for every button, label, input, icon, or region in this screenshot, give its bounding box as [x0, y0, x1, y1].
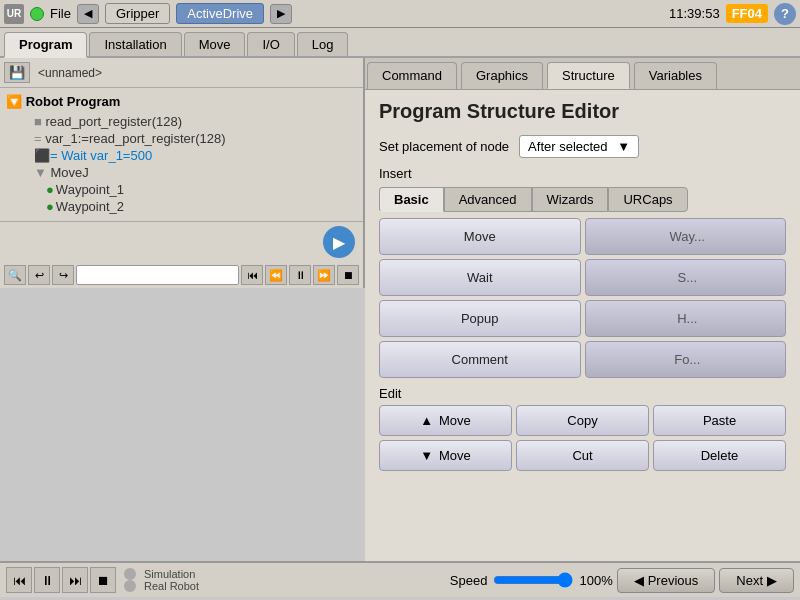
activedrive-button[interactable]: ActiveDrive [176, 3, 264, 24]
delete-label: Delete [701, 448, 739, 463]
playback-stop[interactable]: ⏹ [337, 265, 359, 285]
edit-grid: ▲ Move Copy Paste ▼ Move Cut Delete [379, 405, 786, 471]
previous-label: Previous [648, 573, 699, 588]
cmd-move-button[interactable]: Move [379, 218, 581, 255]
copy-label: Copy [567, 413, 597, 428]
placement-label: Set placement of node [379, 139, 509, 154]
down-arrow-icon: ▼ [420, 448, 433, 463]
placement-dropdown[interactable]: After selected ▼ [519, 135, 639, 158]
tab-advanced[interactable]: Advanced [444, 187, 532, 212]
cut-label: Cut [572, 448, 592, 463]
list-item[interactable]: ⬛= Wait var_1=500 [6, 147, 357, 164]
ff04-badge: FF04 [726, 4, 768, 23]
cmd-comment-button[interactable]: Comment [379, 341, 581, 378]
previous-button[interactable]: ◀ Previous [617, 568, 716, 593]
cmd-wait-button[interactable]: Wait [379, 259, 581, 296]
cmd-waypoint-button[interactable]: Way... [585, 218, 787, 255]
ur-logo: UR [4, 4, 24, 24]
insert-label: Insert [379, 166, 786, 181]
footer-pause-button[interactable]: ⏸ [34, 567, 60, 593]
left-header: 💾 <unnamed> [0, 58, 363, 88]
cmd-h-button[interactable]: H... [585, 300, 787, 337]
placement-row: Set placement of node After selected ▼ [379, 135, 786, 158]
simulation-label: Simulation [144, 568, 195, 580]
tab-program[interactable]: Program [4, 32, 87, 58]
footer-forward-button[interactable]: ⏭ [62, 567, 88, 593]
tab-command[interactable]: Command [367, 62, 457, 89]
main-tabs: Program Installation Move I/O Log [0, 28, 800, 58]
tab-graphics[interactable]: Graphics [461, 62, 543, 89]
speed-row: Speed 100% [450, 572, 613, 588]
search-bar: 🔍 ↩ ↪ ⏮ ⏪ ⏸ ⏩ ⏹ [0, 262, 363, 288]
left-panel: 💾 <unnamed> 🔽 Robot Program ■ read_port_… [0, 58, 365, 561]
tab-variables[interactable]: Variables [634, 62, 717, 89]
footer-playback: ⏮ ⏸ ⏭ ⏹ [6, 567, 116, 593]
search-input[interactable] [76, 265, 239, 285]
paste-label: Paste [703, 413, 736, 428]
edit-move-down-button[interactable]: ▼ Move [379, 440, 512, 471]
right-content: Program Structure Editor Set placement o… [365, 90, 800, 561]
list-item[interactable]: ▼ MoveJ [6, 164, 357, 181]
save-button[interactable]: 💾 [4, 62, 30, 83]
up-arrow-icon: ▲ [420, 413, 433, 428]
undo-button[interactable]: ↩ [28, 265, 50, 285]
page-title: Program Structure Editor [379, 100, 786, 123]
speed-slider[interactable] [493, 572, 573, 588]
tab-structure[interactable]: Structure [547, 62, 630, 89]
next-arrow-icon: ▶ [767, 573, 777, 588]
status-dot [30, 7, 44, 21]
nav-prev-btn[interactable]: ◀ [77, 4, 99, 24]
right-panel: Command Graphics Structure Variables Pro… [365, 58, 800, 561]
redo-button[interactable]: ↪ [52, 265, 74, 285]
clock: 11:39:53 [669, 6, 720, 21]
cut-button[interactable]: Cut [516, 440, 649, 471]
titlebar: UR File ◀ Gripper ActiveDrive ▶ 11:39:53… [0, 0, 800, 28]
playback-rewind[interactable]: ⏮ [241, 265, 263, 285]
tree-root: 🔽 Robot Program [6, 94, 357, 109]
file-label: File [50, 6, 71, 21]
help-button[interactable]: ? [774, 3, 796, 25]
list-item[interactable]: ■ read_port_register(128) [6, 113, 357, 130]
tab-move[interactable]: Move [184, 32, 246, 56]
edit-move-up-button[interactable]: ▲ Move [379, 405, 512, 436]
speed-value: 100% [579, 573, 612, 588]
tab-io[interactable]: I/O [247, 32, 294, 56]
tab-basic[interactable]: Basic [379, 187, 444, 212]
insert-tabs: Basic Advanced Wizards URCaps [379, 187, 786, 212]
cmd-fo-button[interactable]: Fo... [585, 341, 787, 378]
tab-log[interactable]: Log [297, 32, 349, 56]
tab-installation[interactable]: Installation [89, 32, 181, 56]
speed-label: Speed [450, 573, 488, 588]
sim-dot [124, 568, 136, 580]
edit-label: Edit [379, 386, 786, 401]
footer-stop-button[interactable]: ⏹ [90, 567, 116, 593]
search-button[interactable]: 🔍 [4, 265, 26, 285]
next-label: Next [736, 573, 763, 588]
footer-rewind-button[interactable]: ⏮ [6, 567, 32, 593]
tab-urcaps[interactable]: URCaps [608, 187, 687, 212]
delete-button[interactable]: Delete [653, 440, 786, 471]
tab-wizards[interactable]: Wizards [532, 187, 609, 212]
playback-pause[interactable]: ⏸ [289, 265, 311, 285]
paste-button[interactable]: Paste [653, 405, 786, 436]
real-robot-label: Real Robot [144, 580, 199, 592]
content-area: 💾 <unnamed> 🔽 Robot Program ■ read_port_… [0, 58, 800, 561]
next-button[interactable]: Next ▶ [719, 568, 794, 593]
command-grid: Move Way... Wait S... Popup H... Comment… [379, 218, 786, 378]
playback-prev[interactable]: ⏪ [265, 265, 287, 285]
move-up-label: Move [439, 413, 471, 428]
list-item[interactable]: ●Waypoint_1 [6, 181, 357, 198]
nav-next-btn[interactable]: ▶ [270, 4, 292, 24]
right-tabs: Command Graphics Structure Variables [365, 58, 800, 90]
list-item[interactable]: = var_1:=read_port_register(128) [6, 130, 357, 147]
navigate-circle-button[interactable]: ▶ [323, 226, 355, 258]
list-item[interactable]: ●Waypoint_2 [6, 198, 357, 215]
copy-button[interactable]: Copy [516, 405, 649, 436]
footer-nav: ◀ Previous Next ▶ [617, 568, 794, 593]
real-robot-dot [124, 580, 136, 592]
chevron-down-icon: ▼ [617, 139, 630, 154]
playback-next[interactable]: ⏩ [313, 265, 335, 285]
gripper-button[interactable]: Gripper [105, 3, 170, 24]
cmd-s-button[interactable]: S... [585, 259, 787, 296]
cmd-popup-button[interactable]: Popup [379, 300, 581, 337]
